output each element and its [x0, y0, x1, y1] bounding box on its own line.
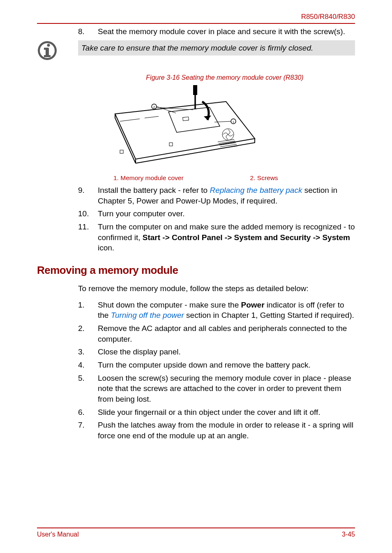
- remove-step-3-number: 3.: [78, 347, 98, 357]
- note-callout: Take care to ensure that the memory modu…: [37, 40, 355, 61]
- turning-off-power-link[interactable]: Turning off the power: [111, 311, 184, 319]
- remove-step-4: 4. Turn the computer upside down and rem…: [37, 360, 355, 370]
- figure-legend: 1. Memory module cover2. Screws: [37, 174, 355, 183]
- remove-step-4-text: Turn the computer upside down and remove…: [98, 360, 355, 370]
- remove-step-2: 2. Remove the AC adaptor and all cables …: [37, 323, 355, 344]
- remove-step-1-text: Shut down the computer - make sure the P…: [98, 300, 355, 321]
- step-9-text-a: Install the battery pack - refer to: [98, 186, 210, 194]
- step-11-text-b: icon.: [98, 243, 114, 252]
- section-intro: To remove the memory module, follow the …: [37, 283, 355, 294]
- note-text: Take care to ensure that the memory modu…: [78, 40, 355, 56]
- remove-step-7: 7. Push the latches away from the module…: [37, 420, 355, 441]
- step-8-text: Seat the memory module cover in place an…: [98, 26, 355, 37]
- footer-left: User's Manual: [37, 530, 79, 539]
- step-10-text: Turn your computer over.: [98, 208, 355, 219]
- remove-step-4-number: 4.: [78, 360, 98, 370]
- r1-text-c: section in Chapter 1, Getting Started if…: [184, 311, 354, 319]
- remove-step-1: 1. Shut down the computer - make sure th…: [37, 300, 355, 321]
- figure-caption: Figure 3-16 Seating the memory module co…: [37, 73, 355, 82]
- remove-step-7-number: 7.: [78, 420, 98, 441]
- page-content: 8. Seat the memory module cover in place…: [37, 26, 355, 443]
- step-9-text: Install the battery pack - refer to Repl…: [98, 185, 355, 206]
- remove-step-1-number: 1.: [78, 300, 98, 321]
- remove-step-3: 3. Close the display panel.: [37, 347, 355, 357]
- svg-marker-17: [204, 116, 211, 120]
- r1-text-a: Shut down the computer - make sure the: [98, 301, 241, 309]
- replacing-battery-link[interactable]: Replacing the battery pack: [210, 186, 302, 194]
- svg-text:2: 2: [153, 105, 155, 109]
- footer-divider: [37, 528, 355, 528]
- remove-step-5: 5. Loosen the screw(s) securing the memo…: [37, 373, 355, 405]
- figure-diagram: 2 1: [107, 85, 263, 171]
- remove-step-6-text: Slide your fingernail or a thin object u…: [98, 407, 355, 418]
- figure-legend-1: 1. Memory module cover: [113, 174, 184, 181]
- svg-rect-5: [44, 55, 51, 57]
- remove-step-2-text: Remove the AC adaptor and all cables and…: [98, 323, 355, 344]
- figure-legend-2: 2. Screws: [250, 174, 278, 181]
- footer-page-number: 3-45: [342, 530, 355, 539]
- header-divider: [37, 23, 355, 24]
- step-9-number: 9.: [78, 185, 98, 206]
- remove-step-5-number: 5.: [78, 373, 98, 405]
- remove-step-6: 6. Slide your fingernail or a thin objec…: [37, 407, 355, 418]
- svg-rect-4: [44, 48, 47, 50]
- svg-text:1: 1: [233, 120, 235, 124]
- section-heading: Removing a memory module: [37, 263, 355, 278]
- remove-step-2-number: 2.: [78, 323, 98, 344]
- step-10: 10. Turn your computer over.: [37, 208, 355, 219]
- svg-point-2: [47, 44, 50, 46]
- r1-bold: Power: [241, 301, 265, 309]
- remove-step-5-text: Loosen the screw(s) securing the memory …: [98, 373, 355, 405]
- svg-rect-13: [169, 143, 173, 146]
- step-9: 9. Install the battery pack - refer to R…: [37, 185, 355, 206]
- remove-step-6-number: 6.: [78, 407, 98, 418]
- step-11-bold: Start -> Control Panel -> System and Sec…: [143, 233, 350, 242]
- step-11-text: Turn the computer on and make sure the a…: [98, 222, 355, 253]
- step-8: 8. Seat the memory module cover in place…: [37, 26, 355, 37]
- step-10-number: 10.: [78, 208, 98, 219]
- svg-rect-12: [120, 150, 123, 153]
- step-11-number: 11.: [78, 222, 98, 253]
- step-11: 11. Turn the computer on and make sure t…: [37, 222, 355, 253]
- info-icon: [37, 40, 58, 61]
- header-model: R850/R840/R830: [301, 12, 355, 22]
- remove-step-7-text: Push the latches away from the module in…: [98, 420, 355, 441]
- step-8-number: 8.: [78, 26, 98, 37]
- svg-rect-6: [183, 117, 189, 121]
- svg-rect-15: [193, 85, 197, 95]
- remove-step-3-text: Close the display panel.: [98, 347, 355, 357]
